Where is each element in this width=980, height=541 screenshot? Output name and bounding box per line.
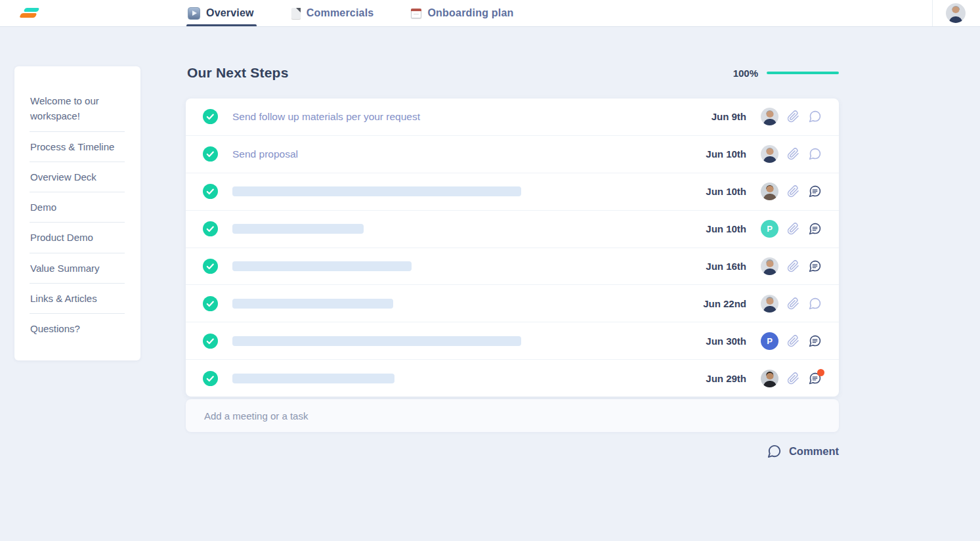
avatar-head — [766, 373, 773, 379]
task-row-meta: Jun 9th — [712, 108, 822, 125]
avatar-torso — [763, 119, 777, 125]
comment-lines-icon[interactable] — [808, 259, 822, 273]
task-row-meta: Jun 10th — [706, 145, 822, 163]
avatar-head — [766, 186, 773, 192]
avatar-torso — [763, 156, 777, 163]
top-bar: Overview Commercials Onboarding plan — [0, 0, 980, 27]
paperclip-icon[interactable] — [787, 110, 799, 123]
assignee-avatar[interactable] — [761, 108, 778, 125]
sidebar-item-process-timeline[interactable]: Process & Timeline — [14, 132, 140, 162]
sidebar-item-product-demo[interactable]: Product Demo — [14, 223, 140, 252]
comment-lines-icon[interactable] — [808, 184, 822, 198]
sidebar-item-links-articles[interactable]: Links & Articles — [14, 284, 140, 313]
task-title-placeholder — [232, 299, 393, 309]
task-due-date: Jun 10th — [706, 186, 746, 197]
paperclip-icon[interactable] — [787, 335, 799, 347]
task-title-placeholder — [232, 374, 394, 383]
sidebar-item-demo[interactable]: Demo — [14, 192, 140, 222]
task-row[interactable]: Jun 30th P — [186, 322, 839, 360]
assignee-avatar[interactable] — [761, 145, 778, 163]
sidebar-item-overview-deck[interactable]: Overview Deck — [14, 162, 140, 192]
task-title-placeholder — [232, 261, 412, 271]
brand-logo[interactable] — [20, 7, 39, 20]
task-due-date: Jun 10th — [706, 223, 746, 234]
assignee-avatar[interactable] — [761, 257, 778, 275]
tab-commercials[interactable]: Commercials — [291, 0, 374, 26]
paperclip-icon[interactable] — [787, 148, 799, 160]
comment-button[interactable]: Comment — [767, 444, 839, 459]
sidebar-item-welcome[interactable]: Welcome to our workspace! — [14, 86, 140, 131]
task-row[interactable]: Send proposal Jun 10th — [186, 136, 839, 173]
check-circle-icon[interactable] — [203, 296, 218, 311]
check-circle-icon[interactable] — [203, 221, 218, 236]
comment-lines-icon[interactable] — [808, 222, 822, 236]
task-title-placeholder — [232, 186, 521, 196]
paperclip-icon[interactable] — [787, 372, 799, 385]
check-circle-icon[interactable] — [203, 146, 218, 162]
check-circle-icon[interactable] — [203, 259, 218, 274]
play-icon — [188, 7, 200, 20]
next-steps-card: Send follow up materials per your reques… — [186, 98, 839, 397]
comment-outline-icon[interactable] — [808, 110, 822, 123]
task-row[interactable]: Jun 22nd — [186, 285, 839, 322]
task-row[interactable]: Jun 16th — [186, 248, 839, 286]
add-task-input[interactable]: Add a meeting or a task — [186, 399, 839, 432]
avatar-torso — [763, 194, 777, 200]
logo-teal-bar — [24, 8, 40, 12]
active-tab-underline — [186, 24, 257, 26]
assignee-avatar[interactable] — [761, 295, 778, 313]
avatar-initial: P — [761, 220, 778, 238]
page-title: Our Next Steps — [187, 65, 289, 81]
task-row[interactable]: Jun 10th P — [186, 211, 839, 248]
tab-overview[interactable]: Overview — [188, 0, 254, 26]
topbar-right — [932, 0, 980, 26]
avatar-torso — [949, 16, 962, 23]
task-due-date: Jun 30th — [706, 335, 746, 347]
task-due-date: Jun 16th — [706, 261, 746, 272]
task-title[interactable]: Send follow up materials per your reques… — [232, 111, 420, 123]
comment-lines-icon[interactable] — [808, 372, 822, 385]
task-row[interactable]: Jun 29th — [186, 360, 839, 397]
comment-outline-icon[interactable] — [808, 147, 822, 161]
paperclip-icon[interactable] — [787, 223, 799, 235]
assignee-avatar[interactable]: P — [761, 220, 778, 238]
comment-outline-icon[interactable] — [808, 297, 822, 311]
task-row-meta: Jun 10th P — [706, 220, 822, 238]
paperclip-icon[interactable] — [787, 260, 799, 272]
check-circle-icon[interactable] — [203, 334, 218, 349]
logo-orange-bar — [19, 13, 37, 18]
check-circle-icon[interactable] — [203, 184, 218, 199]
avatar-torso — [763, 381, 777, 387]
top-tabs: Overview Commercials Onboarding plan — [188, 0, 513, 26]
tab-onboarding-plan[interactable]: Onboarding plan — [411, 0, 513, 26]
task-row-meta: Jun 16th — [706, 257, 822, 275]
task-due-date: Jun 9th — [712, 111, 746, 122]
check-circle-icon[interactable] — [203, 109, 218, 124]
task-row-meta: Jun 10th — [706, 183, 822, 200]
comment-lines-icon[interactable] — [808, 334, 822, 348]
user-avatar[interactable] — [946, 3, 966, 23]
task-row[interactable]: Send follow up materials per your reques… — [186, 98, 839, 136]
sidebar-item-value-summary[interactable]: Value Summary — [14, 253, 140, 283]
main-header: Our Next Steps 100% — [187, 65, 839, 81]
assignee-avatar[interactable]: P — [761, 332, 778, 350]
avatar-torso — [763, 269, 777, 275]
tab-label: Onboarding plan — [427, 7, 513, 19]
paperclip-icon[interactable] — [787, 297, 799, 310]
paperclip-icon[interactable] — [787, 185, 799, 198]
notification-dot — [817, 369, 824, 376]
sidebar-item-questions[interactable]: Questions? — [14, 314, 140, 343]
avatar-torso — [763, 306, 777, 313]
tab-label: Commercials — [307, 7, 374, 19]
task-title[interactable]: Send proposal — [232, 148, 298, 160]
avatar-head — [952, 7, 960, 13]
avatar-head — [766, 298, 773, 305]
assignee-avatar[interactable] — [761, 183, 778, 200]
check-circle-icon[interactable] — [203, 371, 218, 386]
task-row[interactable]: Jun 10th — [186, 173, 839, 211]
calendar-icon — [411, 9, 421, 18]
task-due-date: Jun 22nd — [703, 298, 746, 309]
progress-group: 100% — [733, 68, 839, 79]
assignee-avatar[interactable] — [761, 370, 778, 387]
avatar-head — [766, 261, 773, 267]
